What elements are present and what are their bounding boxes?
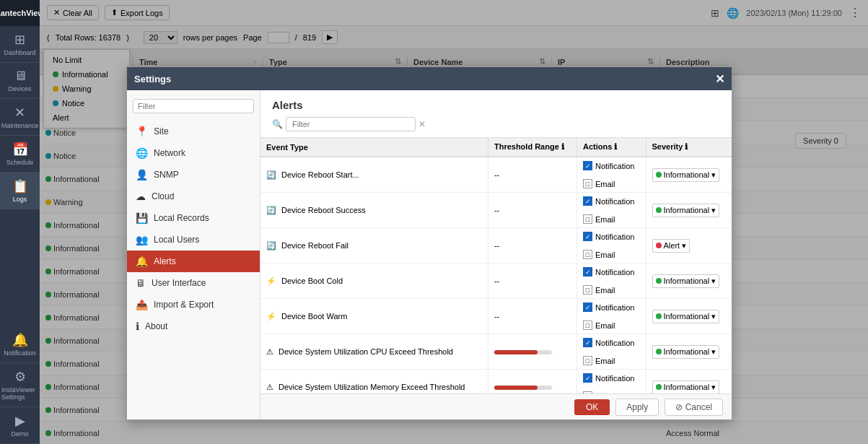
alert-threshold: -- xyxy=(488,193,577,228)
notification-checkbox[interactable]: ✓ xyxy=(583,373,592,383)
email-check-wrapper: □ Email xyxy=(583,179,640,188)
email-checkbox[interactable]: □ xyxy=(583,214,592,224)
nav-item-ui-label: User Interface xyxy=(152,278,206,288)
settings-content: Alerts 🔍 ✕ Event Type Threshold Range ℹ … xyxy=(260,90,732,419)
severity-select[interactable]: Informational ▾ xyxy=(652,204,720,217)
email-checkbox[interactable]: □ xyxy=(583,356,592,365)
notification-checkbox[interactable]: ✓ xyxy=(583,302,592,312)
sev-select-chevron: ▾ xyxy=(711,277,716,286)
network-nav-icon: 🌐 xyxy=(136,147,148,159)
demo-icon: ▶ xyxy=(15,413,25,429)
content-filter-input[interactable] xyxy=(286,117,416,131)
nav-item-alerts[interactable]: 🔔 Alerts xyxy=(127,251,260,272)
content-filter-clear-icon[interactable]: ✕ xyxy=(418,119,426,129)
threshold-slider[interactable] xyxy=(494,350,552,354)
sidebar-item-notification[interactable]: 🔔 Notification xyxy=(0,326,40,363)
nav-item-snmp[interactable]: 👤 SNMP xyxy=(127,164,260,186)
modal-close-button[interactable]: ✕ xyxy=(715,72,724,86)
nav-item-about-label: About xyxy=(145,321,167,331)
notification-label: Notification xyxy=(595,374,634,383)
sidebar-item-maintenance[interactable]: ✕ Maintenance xyxy=(0,99,40,136)
event-name: Device Boot Warm xyxy=(281,312,347,321)
sidebar-item-label: Schedule xyxy=(6,159,34,166)
threshold-slider[interactable] xyxy=(494,386,552,390)
nav-item-network-label: Network xyxy=(154,148,185,158)
sev-select-label: Informational xyxy=(664,170,710,179)
nav-item-user-interface[interactable]: 🖥 User Interface xyxy=(127,272,260,294)
nav-item-about[interactable]: ℹ About xyxy=(127,315,260,337)
import-export-icon: 📤 xyxy=(136,299,148,310)
severity-select[interactable]: Informational ▾ xyxy=(652,274,720,288)
ok-button[interactable]: OK xyxy=(574,399,610,415)
alert-threshold: -- xyxy=(488,157,577,193)
alert-threshold: -- xyxy=(488,264,577,299)
email-checkbox[interactable]: □ xyxy=(583,250,592,259)
sev-select-dot xyxy=(656,172,662,178)
content-title: Alerts xyxy=(272,99,720,111)
sidebar-item-demo[interactable]: ▶ Demo xyxy=(0,407,40,444)
notification-checkbox[interactable]: ✓ xyxy=(583,161,592,170)
event-name: Device Reboot Start... xyxy=(281,170,359,179)
event-icon: 🔄 xyxy=(266,170,276,179)
nav-item-cloud[interactable]: ☁ Cloud xyxy=(127,186,260,207)
event-name: Device Boot Cold xyxy=(281,277,343,285)
event-icon: ⚠ xyxy=(266,383,273,391)
sidebar-item-devices[interactable]: 🖥 Devices xyxy=(0,63,40,99)
notification-checkbox[interactable]: ✓ xyxy=(583,196,592,206)
sidebar-item-schedule[interactable]: 📅 Schedule xyxy=(0,136,40,173)
nav-item-network[interactable]: 🌐 Network xyxy=(127,142,260,164)
severity-select[interactable]: Alert ▾ xyxy=(652,239,691,253)
sidebar-item-label: InstaViewer Settings xyxy=(1,386,38,401)
nav-filter-input[interactable] xyxy=(133,99,254,113)
nav-item-site[interactable]: 📍 Site xyxy=(127,121,260,142)
alert-event-type: 🔄 Device Reboot Start... xyxy=(260,157,488,193)
sev-select-chevron: ▾ xyxy=(711,312,716,321)
notification-checkbox[interactable]: ✓ xyxy=(583,232,592,241)
email-check-wrapper: □ Email xyxy=(583,321,640,330)
nav-item-import-export-label: Import & Export xyxy=(154,300,214,310)
sidebar-item-label: Logs xyxy=(13,196,27,203)
sev-select-label: Informational xyxy=(664,277,710,285)
alert-actions: ✓ Notification □ Email xyxy=(577,228,646,264)
nav-item-local-records[interactable]: 💾 Local Records xyxy=(127,207,260,229)
sidebar-item-instaviewer[interactable]: ⚙ InstaViewer Settings xyxy=(0,363,40,407)
maintenance-icon: ✕ xyxy=(14,105,25,121)
sidebar-item-dashboard[interactable]: ⊞ Dashboard xyxy=(0,26,40,63)
notification-checkbox[interactable]: ✓ xyxy=(583,338,592,347)
email-checkbox[interactable]: □ xyxy=(583,321,592,330)
notification-label: Notification xyxy=(595,303,634,312)
alert-event-type: 🔄 Device Reboot Fail xyxy=(260,228,488,264)
notification-label: Notification xyxy=(595,232,634,241)
sidebar-item-label: Maintenance xyxy=(1,122,39,129)
alert-row: ⚠ Device System Utilization CPU Exceed T… xyxy=(260,334,732,370)
nav-filter-container xyxy=(127,96,260,116)
alert-threshold xyxy=(488,334,577,370)
th-actions: Actions ℹ xyxy=(577,138,646,157)
nav-item-cloud-label: Cloud xyxy=(152,191,174,201)
nav-item-local-users-label: Local Users xyxy=(154,235,199,245)
logs-icon: 📋 xyxy=(12,178,28,194)
apply-button[interactable]: Apply xyxy=(615,399,659,416)
alert-actions: ✓ Notification □ Email xyxy=(577,157,646,193)
severity-select[interactable]: Informational ▾ xyxy=(652,380,720,394)
notification-checkbox[interactable]: ✓ xyxy=(583,267,592,277)
cancel-button[interactable]: ⊘ Cancel xyxy=(665,399,723,416)
email-checkbox[interactable]: □ xyxy=(583,285,592,295)
modal-body: 📍 Site 🌐 Network 👤 SNMP ☁ Cloud 💾 Local … xyxy=(127,90,732,419)
severity-select[interactable]: Informational ▾ xyxy=(652,310,720,323)
alert-severity: Informational ▾ xyxy=(646,264,732,299)
nav-item-import-export[interactable]: 📤 Import & Export xyxy=(127,294,260,315)
email-check-wrapper: □ Email xyxy=(583,356,640,365)
event-icon: ⚠ xyxy=(266,347,273,356)
nav-item-local-users[interactable]: 👥 Local Users xyxy=(127,229,260,251)
event-icon: 🔄 xyxy=(266,206,276,214)
sidebar-item-logs[interactable]: 📋 Logs xyxy=(0,173,40,209)
alert-severity: Informational ▾ xyxy=(646,157,732,193)
about-icon: ℹ xyxy=(136,321,139,332)
email-checkbox[interactable]: □ xyxy=(583,179,592,188)
event-name: Device System Utilization Memory Exceed … xyxy=(279,383,465,391)
alert-actions: ✓ Notification □ Email xyxy=(577,299,646,334)
severity-select[interactable]: Informational ▾ xyxy=(652,168,720,182)
severity-select[interactable]: Informational ▾ xyxy=(652,345,720,359)
sev-select-chevron: ▾ xyxy=(711,206,716,215)
